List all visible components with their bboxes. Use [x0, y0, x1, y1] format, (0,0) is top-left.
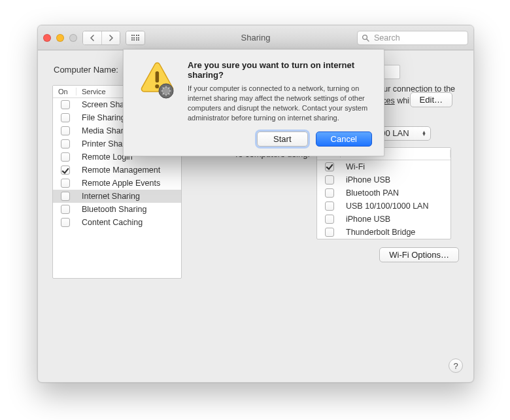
port-checkbox[interactable] — [325, 162, 334, 171]
show-all-button[interactable] — [126, 31, 145, 45]
dialog-body: If your computer is connected to a netwo… — [188, 84, 372, 122]
service-checkbox[interactable] — [61, 113, 70, 122]
port-label: Thunderbolt Bridge — [341, 228, 450, 237]
svg-point-3 — [155, 84, 159, 88]
zoom-window-button[interactable] — [69, 34, 77, 42]
svg-line-1 — [367, 39, 369, 41]
grid-icon — [131, 35, 140, 41]
port-row[interactable]: Wi-Fi — [317, 160, 450, 173]
chevron-up-down-icon: ▲▼ — [422, 131, 426, 136]
search-input[interactable] — [373, 33, 464, 43]
service-row[interactable]: Content Caching — [53, 216, 181, 229]
service-row[interactable]: Internet Sharing — [53, 190, 181, 203]
service-checkbox[interactable] — [61, 179, 70, 188]
port-row[interactable]: USB 10/100/1000 LAN — [317, 200, 450, 213]
service-label: Content Caching — [76, 218, 181, 227]
service-checkbox[interactable] — [61, 192, 70, 201]
service-row[interactable]: Bluetooth Sharing — [53, 203, 181, 216]
wifi-options-button[interactable]: Wi-Fi Options… — [379, 247, 459, 262]
port-label: Bluetooth PAN — [341, 188, 450, 198]
back-button[interactable] — [83, 31, 101, 44]
computer-name-label: Computer Name: — [54, 65, 118, 75]
dialog-title: Are you sure you want to turn on interne… — [188, 60, 372, 80]
service-checkbox[interactable] — [61, 205, 70, 214]
warning-icon — [135, 60, 177, 102]
ports-table: On Ports Wi-FiiPhone USBBluetooth PANUSB… — [316, 147, 451, 239]
port-row[interactable]: iPhone USB — [317, 173, 450, 186]
forward-button[interactable] — [101, 31, 120, 44]
port-checkbox[interactable] — [325, 228, 334, 237]
service-label: Remote Management — [76, 166, 181, 175]
port-checkbox[interactable] — [325, 188, 334, 198]
service-checkbox[interactable] — [61, 126, 70, 135]
service-checkbox[interactable] — [61, 100, 70, 109]
port-checkbox[interactable] — [325, 215, 334, 224]
port-label: iPhone USB — [341, 215, 450, 224]
service-row[interactable]: Remote Apple Events — [53, 177, 181, 190]
search-field[interactable] — [357, 31, 468, 45]
service-row[interactable]: Remote Management — [53, 164, 181, 177]
dialog-cancel-button[interactable]: Cancel — [316, 131, 372, 147]
port-checkbox[interactable] — [325, 175, 334, 184]
service-checkbox[interactable] — [61, 139, 70, 149]
services-header-on: On — [53, 88, 76, 96]
service-checkbox[interactable] — [61, 166, 70, 175]
port-label: iPhone USB — [341, 175, 450, 184]
port-row[interactable]: iPhone USB — [317, 213, 450, 226]
search-icon — [362, 34, 369, 42]
close-window-button[interactable] — [43, 34, 51, 42]
minimize-window-button[interactable] — [56, 34, 64, 42]
svg-rect-2 — [156, 71, 160, 82]
edit-button[interactable]: Edit… — [410, 92, 452, 107]
service-label: Internet Sharing — [76, 192, 181, 201]
service-label: Remote Apple Events — [76, 179, 181, 188]
titlebar: Sharing — [38, 26, 473, 50]
port-label: USB 10/100/1000 LAN — [341, 201, 450, 211]
service-checkbox[interactable] — [61, 218, 70, 227]
nav-back-forward — [82, 31, 120, 45]
svg-point-0 — [363, 35, 367, 39]
dialog-start-button[interactable]: Start — [257, 131, 307, 147]
service-checkbox[interactable] — [61, 152, 70, 162]
port-row[interactable]: Thunderbolt Bridge — [317, 226, 450, 239]
confirm-dialog: Are you sure you want to turn on interne… — [123, 49, 384, 156]
window-controls — [43, 34, 77, 42]
port-checkbox[interactable] — [325, 201, 334, 211]
service-label: Bluetooth Sharing — [76, 205, 181, 214]
port-label: Wi-Fi — [341, 162, 450, 171]
help-button[interactable]: ? — [449, 359, 463, 373]
port-row[interactable]: Bluetooth PAN — [317, 186, 450, 200]
